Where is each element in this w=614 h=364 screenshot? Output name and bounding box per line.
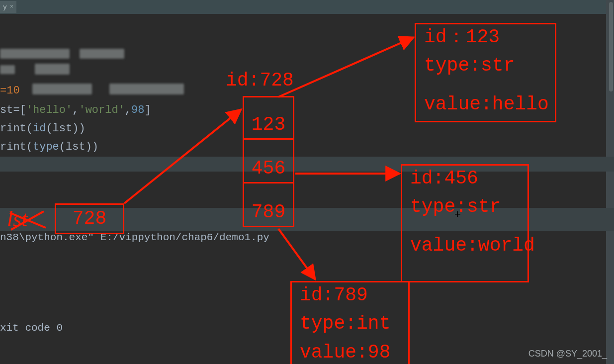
annotation-box-world: id:456 type:str value:world [401,164,529,282]
console-output: n38\python.exe" E:/vippython/chap6/demo1… [0,232,269,243]
annotation-cell: 123 [243,96,294,140]
redacted-block [32,84,92,94]
redacted-block [0,65,15,74]
annotation-text: value:world [402,233,527,261]
scrollbar-track[interactable] [606,0,614,364]
annotation-text: type:str [416,53,555,81]
code-line[interactable]: rint(type(lst)) [0,138,98,156]
annotation-cell: 789 [243,183,294,227]
annotation-text: type:str [402,194,527,222]
redacted-block [35,64,70,75]
redacted-block [80,49,124,59]
code-line[interactable]: rint(id(lst)) [0,120,86,138]
watermark: CSDN @SY_2001_ [528,349,607,359]
annotation-text: id:456 [402,166,527,194]
code-line[interactable]: =10 [0,82,20,100]
annotation-lst-label: lst [7,206,28,232]
svg-line-1 [278,37,414,97]
annotation-text: id:789 [292,282,408,311]
annotation-id728: id:728 [226,68,294,93]
close-icon[interactable]: × [10,3,13,10]
annotation-text: value:98 [292,340,408,364]
annotation-text: id：123 [416,24,555,53]
svg-line-3 [278,229,315,279]
annotation-cell: 456 [243,140,294,183]
code-line[interactable]: st=['hello','world',98] [0,101,151,119]
file-tab[interactable]: y × [0,1,16,13]
annotation-box-728: 728 [55,203,124,234]
cursor-icon: + [454,208,461,221]
tab-bar: y × [0,0,614,14]
annotation-cell-stack: 123 456 789 [243,96,294,227]
annotation-text: 728 [73,206,106,231]
tab-label: y [3,3,7,11]
annotation-text: type:int [292,311,408,339]
annotation-box-hello: id：123 type:str value:hello [415,23,556,122]
annotation-box-int: id:789 type:int value:98 [290,281,410,364]
redacted-block [109,84,184,94]
console-output: xit code 0 [0,322,63,334]
annotation-text: value:hello [416,91,555,120]
redacted-block [0,49,70,59]
